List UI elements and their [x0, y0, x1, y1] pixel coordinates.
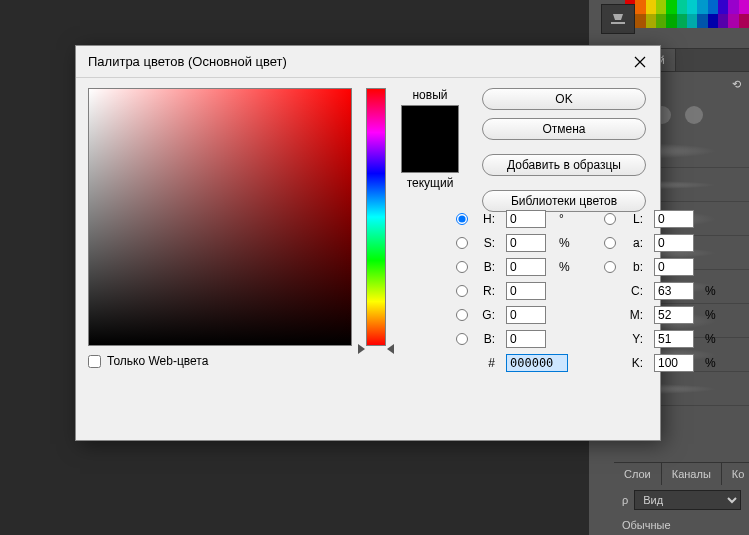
swatch[interactable] [708, 0, 718, 14]
h-label: H: [479, 212, 495, 226]
swatch[interactable] [635, 14, 645, 28]
swatch[interactable] [718, 14, 728, 28]
y-label: Y: [627, 332, 643, 346]
lab-b-radio[interactable] [604, 261, 616, 273]
c-label: C: [627, 284, 643, 298]
c-input[interactable] [654, 282, 694, 300]
saturation-radio[interactable] [456, 237, 468, 249]
close-button[interactable] [632, 54, 648, 70]
brush-thumb[interactable] [685, 106, 703, 124]
new-label: новый [412, 88, 447, 102]
swatch[interactable] [697, 0, 707, 14]
svg-rect-0 [611, 22, 625, 24]
m-label: M: [627, 308, 643, 322]
rgb-b-label: B: [479, 332, 495, 346]
brightness-radio[interactable] [456, 261, 468, 273]
k-label: K: [627, 356, 643, 370]
swatch[interactable] [687, 0, 697, 14]
saturation-brightness-field[interactable] [88, 88, 352, 346]
a-label: a: [627, 236, 643, 250]
color-preview-new-current[interactable] [401, 105, 459, 173]
m-input[interactable] [654, 306, 694, 324]
k-input[interactable] [654, 354, 694, 372]
blend-mode-select[interactable]: Обычные [614, 515, 749, 535]
swatch[interactable] [708, 14, 718, 28]
h-unit: ° [559, 212, 573, 226]
hue-slider-indicator [387, 344, 394, 354]
swatch[interactable] [677, 14, 687, 28]
panel-collapse-icon[interactable] [601, 4, 635, 34]
dialog-title: Палитра цветов (Основной цвет) [88, 54, 287, 69]
m-unit: % [705, 308, 719, 322]
cancel-button[interactable]: Отмена [482, 118, 646, 140]
red-radio[interactable] [456, 285, 468, 297]
s-unit: % [559, 236, 573, 250]
swatch[interactable] [646, 0, 656, 14]
lab-b-label: b: [627, 260, 643, 274]
swatch[interactable] [687, 14, 697, 28]
lightness-radio[interactable] [604, 213, 616, 225]
hue-strip[interactable] [366, 88, 386, 346]
swatch[interactable] [739, 0, 749, 14]
ok-button[interactable]: OK [482, 88, 646, 110]
h-input[interactable] [506, 210, 546, 228]
l-input[interactable] [654, 210, 694, 228]
hex-prefix: # [479, 356, 495, 370]
paths-tab[interactable]: Ко [722, 463, 749, 485]
swatch[interactable] [728, 0, 738, 14]
swatch[interactable] [739, 14, 749, 28]
k-unit: % [705, 356, 719, 370]
r-label: R: [479, 284, 495, 298]
color-picker-dialog: Палитра цветов (Основной цвет) Только We… [76, 46, 660, 440]
hue-radio[interactable] [456, 213, 468, 225]
swatch[interactable] [666, 0, 676, 14]
swatch[interactable] [635, 0, 645, 14]
g-label: G: [479, 308, 495, 322]
flip-icon[interactable]: ⟲ [732, 78, 741, 91]
dialog-buttons: OK Отмена Добавить в образцы Библиотеки … [482, 88, 646, 220]
s-input[interactable] [506, 234, 546, 252]
b-label: B: [479, 260, 495, 274]
hue-slider-indicator [358, 344, 365, 354]
g-input[interactable] [506, 306, 546, 324]
b-input[interactable] [506, 258, 546, 276]
a-radio[interactable] [604, 237, 616, 249]
a-input[interactable] [654, 234, 694, 252]
add-to-swatches-button[interactable]: Добавить в образцы [482, 154, 646, 176]
web-colors-input[interactable] [88, 355, 101, 368]
swatch[interactable] [697, 14, 707, 28]
web-colors-checkbox[interactable]: Только Web-цвета [88, 354, 352, 368]
swatch[interactable] [677, 0, 687, 14]
c-unit: % [705, 284, 719, 298]
green-radio[interactable] [456, 309, 468, 321]
y-input[interactable] [654, 330, 694, 348]
swatch[interactable] [718, 0, 728, 14]
current-label: текущий [407, 176, 454, 190]
swatch[interactable] [656, 0, 666, 14]
blue-radio[interactable] [456, 333, 468, 345]
swatch[interactable] [666, 14, 676, 28]
titlebar: Палитра цветов (Основной цвет) [76, 46, 660, 78]
y-unit: % [705, 332, 719, 346]
swatch[interactable] [728, 14, 738, 28]
b-unit: % [559, 260, 573, 274]
layer-kind-select[interactable]: Вид [634, 490, 741, 510]
rgb-b-input[interactable] [506, 330, 546, 348]
s-label: S: [479, 236, 495, 250]
layers-panel: Слои Каналы Ко ρ Вид Обычные [614, 462, 749, 535]
swatch[interactable] [646, 14, 656, 28]
lab-b-input[interactable] [654, 258, 694, 276]
l-label: L: [627, 212, 643, 226]
kind-icon: ρ [622, 494, 628, 506]
hex-input[interactable] [506, 354, 568, 372]
swatch[interactable] [656, 14, 666, 28]
layers-tab[interactable]: Слои [614, 463, 662, 485]
r-input[interactable] [506, 282, 546, 300]
channels-tab[interactable]: Каналы [662, 463, 722, 485]
